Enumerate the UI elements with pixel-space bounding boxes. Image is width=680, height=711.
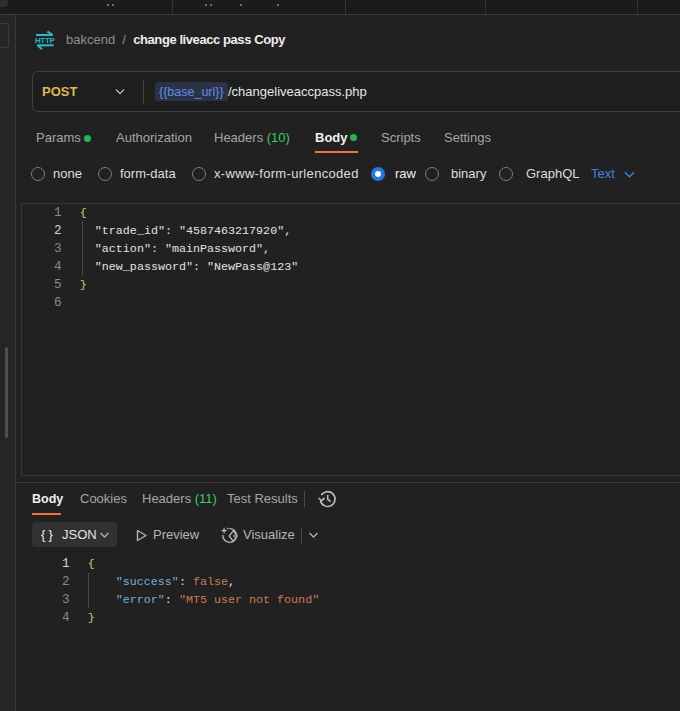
svg-text:HTTP: HTTP [35,36,55,45]
